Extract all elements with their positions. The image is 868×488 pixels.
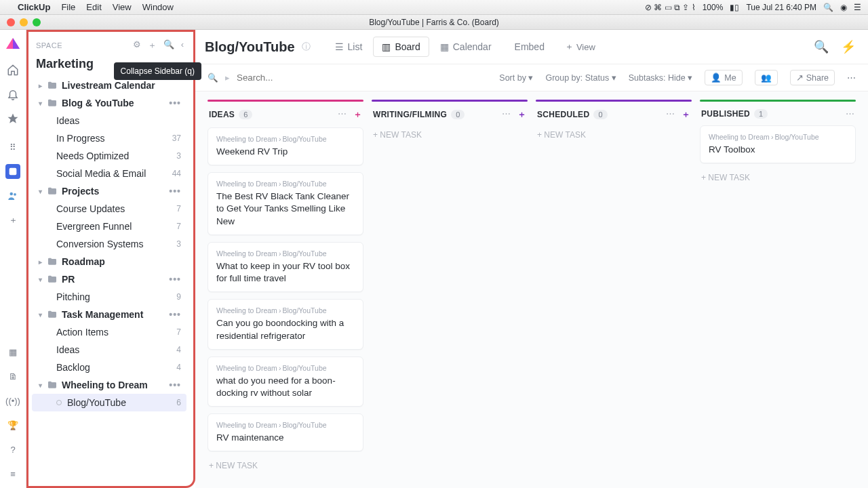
new-task-button[interactable]: + NEW TASK xyxy=(536,127,692,142)
board-column: PUBLISHED 1 ⋯ Wheeling to Dream›Blog/You… xyxy=(700,100,856,480)
info-icon[interactable]: ⓘ xyxy=(302,41,311,53)
add-view-button[interactable]: ＋ View xyxy=(565,41,595,53)
task-card[interactable]: Wheeling to Dream›Blog/YouTube Can you g… xyxy=(208,299,363,349)
sidebar-folder[interactable]: ▾PR••• xyxy=(32,270,186,288)
star-icon[interactable] xyxy=(5,111,20,126)
home-icon[interactable] xyxy=(5,62,20,77)
menu-window[interactable]: Window xyxy=(142,2,174,12)
board-view: IDEAS 6 ⋯ ＋ Wheeling to Dream›Blog/YouTu… xyxy=(195,92,868,488)
traffic-lights[interactable] xyxy=(7,18,41,26)
doc-icon[interactable]: 🗎 xyxy=(5,369,20,384)
card-title: RV maintenance xyxy=(216,432,355,444)
siri-icon[interactable]: ◉ xyxy=(840,3,847,12)
group-by[interactable]: Group by: Status ▾ xyxy=(545,73,616,83)
dots-icon[interactable]: ⠿ xyxy=(5,140,20,155)
card-breadcrumb: Wheeling to Dream›Blog/YouTube xyxy=(216,421,355,429)
task-card[interactable]: Wheeling to Dream›Blog/YouTube RV Toolbo… xyxy=(700,125,856,163)
sidebar-folder[interactable]: ▾Blog & YouTube••• xyxy=(32,94,186,112)
new-task-button[interactable]: + NEW TASK xyxy=(372,127,528,142)
sidebar-item[interactable]: Backlog4 xyxy=(32,359,186,376)
assignee-filter[interactable]: 👥 xyxy=(755,70,778,85)
bell-icon[interactable] xyxy=(5,87,20,102)
sidebar-folder[interactable]: ▾Task Management••• xyxy=(32,306,186,323)
sidebar-item[interactable]: In Progress37 xyxy=(32,129,186,147)
plus-icon[interactable]: ＋ xyxy=(5,213,20,228)
window-title: Blog/YouTube | Farris & Co. (Board) xyxy=(369,18,499,27)
column-add-icon[interactable]: ＋ xyxy=(682,108,690,121)
menu-file[interactable]: File xyxy=(61,2,75,12)
zoom-window[interactable] xyxy=(33,18,41,26)
minimize-window[interactable] xyxy=(20,18,28,26)
task-card[interactable]: Wheeling to Dream›Blog/YouTube The Best … xyxy=(208,172,363,235)
collapse-sidebar-icon[interactable]: ‹ xyxy=(181,39,184,52)
sidebar-item[interactable]: Blog/YouTube6 xyxy=(32,394,186,411)
sidebar-item[interactable]: Conversion Systems3 xyxy=(32,235,186,253)
menubar-app[interactable]: ClickUp xyxy=(18,2,50,12)
sidebar-item[interactable]: Needs Optimized3 xyxy=(32,147,186,165)
sidebar-item[interactable]: Pitching9 xyxy=(32,288,186,306)
search-input[interactable] xyxy=(237,73,332,83)
column-add-icon[interactable]: ＋ xyxy=(517,108,526,121)
add-space-icon[interactable]: ＋ xyxy=(148,39,157,52)
search-icon[interactable]: 🔍 xyxy=(163,39,174,52)
main: Blog/YouTube ⓘ ☰List▥Board▦CalendarEmbed… xyxy=(195,30,868,488)
bolt-icon[interactable]: ⚡ xyxy=(841,39,856,54)
header-search-icon[interactable]: 🔍 xyxy=(814,39,829,54)
me-filter[interactable]: 👤 Me xyxy=(705,70,742,85)
space-label: SPACE xyxy=(36,41,62,49)
task-card[interactable]: Wheeling to Dream›Blog/YouTube Weekend R… xyxy=(208,127,363,165)
sidebar: Collapse Sidebar (q) SPACE ⚙ ＋ 🔍 ‹ Marke… xyxy=(26,30,195,488)
apps-icon[interactable]: ▦ xyxy=(5,344,20,359)
card-title: what do you need for a boon-docking rv w… xyxy=(216,375,355,399)
spaces-icon[interactable] xyxy=(5,164,20,179)
sidebar-item[interactable]: Ideas4 xyxy=(32,341,186,359)
view-tab-embed[interactable]: Embed xyxy=(502,37,553,57)
page-title[interactable]: Blog/YouTube xyxy=(205,39,295,55)
sidebar-folder[interactable]: ▸Roadmap xyxy=(32,253,186,270)
sidebar-item[interactable]: Evergreen Funnel7 xyxy=(32,218,186,235)
column-count: 0 xyxy=(593,110,607,119)
new-task-button[interactable]: + NEW TASK xyxy=(700,170,856,185)
help-icon[interactable]: ? xyxy=(5,442,20,457)
card-breadcrumb: Wheeling to Dream›Blog/YouTube xyxy=(216,364,355,372)
task-card[interactable]: Wheeling to Dream›Blog/YouTube What to k… xyxy=(208,242,363,292)
share-button[interactable]: ↗ Share xyxy=(790,70,835,85)
menu-view[interactable]: View xyxy=(113,2,132,12)
sidebar-item[interactable]: Ideas xyxy=(32,112,186,129)
battery-pct: 100% xyxy=(703,3,724,12)
column-more-icon[interactable]: ⋯ xyxy=(666,108,675,121)
people-icon[interactable] xyxy=(5,188,20,203)
subtasks-toggle[interactable]: Subtasks: Hide ▾ xyxy=(629,73,693,83)
close-window[interactable] xyxy=(7,18,15,26)
column-count: 0 xyxy=(451,110,465,119)
search-toggle-icon[interactable]: 🔍 xyxy=(208,73,218,83)
menu-edit[interactable]: Edit xyxy=(86,2,101,12)
menu-icon[interactable]: ≡ xyxy=(5,466,20,481)
column-more-icon[interactable]: ⋯ xyxy=(846,108,854,119)
spotlight-icon[interactable]: 🔍 xyxy=(823,3,833,12)
sidebar-item[interactable]: Course Updates7 xyxy=(32,200,186,218)
task-card[interactable]: Wheeling to Dream›Blog/YouTube RV mainte… xyxy=(208,413,363,451)
card-breadcrumb: Wheeling to Dream›Blog/YouTube xyxy=(216,249,355,258)
trophy-icon[interactable]: 🏆 xyxy=(5,418,20,432)
view-tab-board[interactable]: ▥Board xyxy=(373,37,429,57)
sidebar-item[interactable]: Action Items7 xyxy=(32,323,186,341)
sidebar-folder[interactable]: ▾Projects••• xyxy=(32,182,186,200)
task-card[interactable]: Wheeling to Dream›Blog/YouTube what do y… xyxy=(208,357,363,407)
sort-by[interactable]: Sort by ▾ xyxy=(499,73,533,83)
column-add-icon[interactable]: ＋ xyxy=(353,108,362,121)
view-tab-calendar[interactable]: ▦Calendar xyxy=(432,37,500,57)
sidebar-folder[interactable]: ▾Wheeling to Dream••• xyxy=(32,376,186,394)
column-count: 6 xyxy=(239,110,252,119)
gear-icon[interactable]: ⚙ xyxy=(133,39,141,52)
column-more-icon[interactable]: ⋯ xyxy=(502,108,511,121)
more-icon[interactable]: ⋯ xyxy=(847,73,856,83)
sidebar-item[interactable]: Social Media & Email44 xyxy=(32,165,186,182)
column-more-icon[interactable]: ⋯ xyxy=(338,108,347,121)
view-tab-list[interactable]: ☰List xyxy=(327,37,371,57)
pulse-icon[interactable]: ((•)) xyxy=(5,393,20,408)
list-icon[interactable]: ☰ xyxy=(854,3,861,12)
card-title: Weekend RV Trip xyxy=(216,146,355,158)
clickup-logo[interactable] xyxy=(5,37,21,53)
new-task-button[interactable]: + NEW TASK xyxy=(208,458,363,473)
